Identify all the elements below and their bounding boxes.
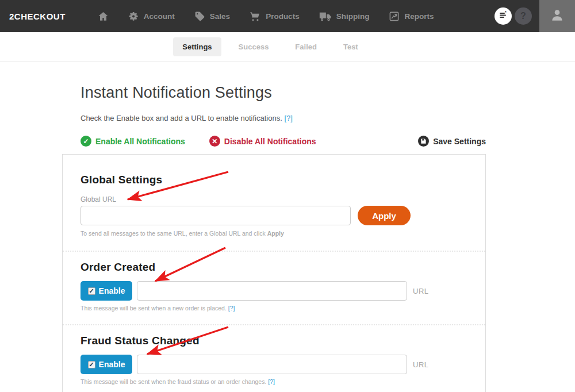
tab-settings[interactable]: Settings [173,37,221,56]
check-circle-icon: ✓ [80,136,91,147]
page-title: Instant Notification Settings [80,84,486,102]
save-icon [418,136,429,147]
global-url-row: Apply [80,206,467,225]
fraud-status-help-link[interactable]: [?] [268,378,275,385]
nav-sales[interactable]: Sales [194,11,230,22]
x-circle-icon: ✕ [209,136,220,147]
global-helper-bold: Apply [267,230,284,237]
news-button[interactable]: * [494,7,512,25]
tag-icon [194,11,205,22]
settings-card: Global Settings Global URL Apply To send… [62,154,486,392]
order-created-row: ✓ Enable URL [80,281,467,301]
fraud-status-url-suffix: URL [413,360,429,369]
fraud-status-url-input[interactable] [137,355,407,374]
tab-bar: Settings Success Failed Test [0,32,575,62]
nav-products-label: Products [266,12,300,21]
order-created-helper: This message will be sent when a new ord… [80,305,467,312]
nav-shipping[interactable]: Shipping [319,11,370,22]
news-icon: * [499,10,508,22]
page-subtitle: Check the Enable box and add a URL to en… [80,114,486,122]
global-helper-text: To send all messages to the same URL, en… [80,230,467,237]
tab-failed[interactable]: Failed [286,37,326,56]
fraud-status-helper: This message will be sent when the fraud… [80,378,467,385]
save-settings-button[interactable]: Save Settings [418,136,486,147]
global-settings-heading: Global Settings [80,155,467,186]
truck-icon [319,11,332,22]
instant-notification-settings-page: 2CHECKOUT Account Sales [0,0,575,392]
nav-account[interactable]: Account [128,11,175,22]
home-icon [98,11,109,22]
global-helper-prefix: To send all messages to the same URL, en… [80,230,267,237]
disable-all-label: Disable All Notifications [224,137,316,146]
nav-shipping-label: Shipping [336,12,370,21]
tab-test[interactable]: Test [334,37,367,56]
enable-all-label: Enable All Notifications [95,137,185,146]
order-created-url-suffix: URL [413,287,429,295]
order-created-section: Order Created ✓ Enable URL This message … [63,252,485,312]
page-help-link[interactable]: [?] [284,114,292,122]
enable-all-button[interactable]: ✓ Enable All Notifications [80,136,185,147]
fraud-status-heading: Fraud Status Changed [80,325,467,347]
main-nav: Account Sales Products Shipping [98,11,434,22]
svg-text:*: * [505,10,507,14]
navbar-right: * ? [494,0,575,32]
fraud-status-section: Fraud Status Changed ✓ Enable URL This m… [63,325,485,385]
nav-products[interactable]: Products [250,11,300,22]
global-url-input[interactable] [80,206,351,225]
user-icon [550,7,565,25]
order-created-help-link[interactable]: [?] [228,305,235,312]
apply-button[interactable]: Apply [358,206,411,225]
checkbox-checked-icon: ✓ [88,361,95,368]
order-created-helper-text: This message will be sent when a new ord… [80,305,228,312]
global-settings-section: Global Settings Global URL Apply To send… [63,155,485,237]
order-created-enable-button[interactable]: ✓ Enable [80,281,132,301]
cart-icon [250,11,261,22]
order-created-url-input[interactable] [137,281,407,301]
page-subtitle-text: Check the Enable box and add a URL to en… [80,114,284,122]
nav-reports[interactable]: Reports [389,11,434,22]
nav-sales-label: Sales [210,12,230,21]
brand-logo[interactable]: 2CHECKOUT [9,11,66,21]
user-menu[interactable] [539,0,575,32]
fraud-status-enable-label: Enable [99,360,125,369]
checkbox-checked-icon: ✓ [88,287,95,295]
gear-icon [128,11,139,22]
tab-success[interactable]: Success [229,37,278,56]
global-url-label: Global URL [80,195,467,203]
order-created-enable-label: Enable [99,286,125,295]
question-icon: ? [520,11,526,21]
bulk-actions-row: ✓ Enable All Notifications ✕ Disable All… [80,136,486,147]
save-settings-label: Save Settings [433,137,486,146]
reports-icon [389,11,400,22]
nav-reports-label: Reports [404,12,434,21]
nav-account-label: Account [144,12,175,21]
disable-all-button[interactable]: ✕ Disable All Notifications [209,136,316,147]
main-content: Instant Notification Settings Check the … [0,84,486,392]
fraud-status-helper-text: This message will be sent when the fraud… [80,378,268,385]
order-created-heading: Order Created [80,252,467,274]
nav-home[interactable] [98,11,109,22]
top-navbar: 2CHECKOUT Account Sales [0,0,575,32]
fraud-status-row: ✓ Enable URL [80,355,467,374]
fraud-status-enable-button[interactable]: ✓ Enable [80,355,132,374]
help-button[interactable]: ? [515,7,532,25]
